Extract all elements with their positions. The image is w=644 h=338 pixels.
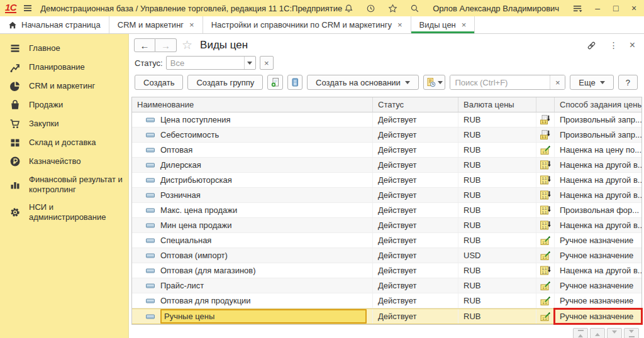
cell-method: Наценка на другой в...	[555, 263, 641, 278]
tab-close-icon[interactable]: ×	[189, 20, 194, 30]
sidebar-item-label: CRM и маркетинг	[29, 81, 95, 91]
close-form-icon[interactable]: ×	[630, 40, 635, 51]
sidebar-item-nsi-admin[interactable]: НСИ и администрирование	[0, 199, 128, 226]
sidebar-item-fin-result[interactable]: Финансовый результат и контроллинг	[0, 171, 128, 199]
svg-text:1.1: 1.1	[542, 256, 547, 259]
column-header-currency[interactable]: Валюта цены	[458, 97, 536, 112]
notifications-bell-icon[interactable]	[342, 2, 355, 14]
main-menu-icon[interactable]	[23, 2, 33, 14]
cell-name: Специальная	[132, 233, 373, 248]
cell-method-icon: 1.1	[536, 293, 555, 308]
create-group-button[interactable]: Создать группу	[187, 75, 263, 90]
tab-crm-settings[interactable]: Настройки и справочники по CRM и маркети…	[203, 16, 411, 33]
sidebar-item-label: Закупки	[29, 119, 58, 129]
close-window-button[interactable]: ×	[630, 4, 638, 13]
table-row[interactable]: Цена поступленияДействуетRUB1.1Произволь…	[132, 112, 641, 128]
price-query-icon: 1.1	[540, 130, 551, 139]
svg-text:1.1: 1.1	[541, 271, 547, 275]
more-button[interactable]: Еще	[570, 75, 613, 90]
cell-status: Действует	[373, 188, 458, 202]
current-user[interactable]: Орлов Александр Владимирович	[433, 4, 559, 13]
sidebar-item-warehouse[interactable]: Склад и доставка	[0, 133, 128, 152]
svg-text:1.1: 1.1	[542, 241, 547, 244]
price-type-name: Мин цена продажи	[160, 218, 367, 232]
window-title: Демонстрационная база / Управление торго…	[40, 4, 342, 13]
sidebar-item-sales[interactable]: Продажи	[0, 95, 128, 114]
table-row[interactable]: Оптовая (для магазинов)ДействуетRUB1.11.…	[132, 263, 641, 278]
column-header-status[interactable]: Статус	[373, 97, 458, 112]
table-row[interactable]: Оптовая (импорт)ДействуетUSD1.1Ручное на…	[132, 248, 641, 263]
favorites-star-icon[interactable]	[386, 2, 399, 14]
back-button[interactable]: ←	[134, 38, 155, 52]
table-row[interactable]: ДилерскаяДействуетRUB1.11.1Наценка на др…	[132, 158, 641, 173]
get-link-icon[interactable]	[586, 39, 598, 52]
table-row[interactable]: Оптовая для продукцииДействуетRUB1.1Ручн…	[132, 293, 641, 308]
column-header-name[interactable]: Наименование	[132, 97, 373, 112]
cell-currency: RUB	[458, 158, 536, 172]
document-plus-icon	[270, 77, 280, 87]
cell-method: Ручное назначение	[555, 248, 641, 263]
table-row[interactable]: ОптоваяДействуетRUB1.1Наценка на цену по…	[132, 143, 641, 158]
sidebar-item-main[interactable]: Главное	[0, 39, 128, 58]
global-search-icon[interactable]	[408, 2, 421, 14]
tab-close-icon[interactable]: ×	[397, 20, 402, 30]
tab-home[interactable]: Начальная страница	[0, 16, 109, 33]
table-row[interactable]: РозничнаяДействуетRUB1.11.1Наценка на др…	[132, 188, 641, 203]
search-clear-button[interactable]: ×	[550, 75, 565, 89]
table-row[interactable]: ДистрибьюторскаяДействуетRUB1.11.1Наценк…	[132, 173, 641, 188]
search-input[interactable]	[450, 75, 550, 89]
price-pencil-icon: 1.1	[540, 145, 551, 155]
list-report-button[interactable]	[287, 75, 303, 90]
add-to-favorites-star-icon[interactable]: ☆	[182, 40, 192, 51]
service-menu-icon[interactable]	[571, 2, 584, 14]
table-row[interactable]: Макс. цена продажиДействуетRUB1.11.1Прои…	[132, 203, 641, 218]
help-button[interactable]: ?	[618, 75, 638, 90]
status-filter-combobox[interactable]: Все	[166, 56, 256, 70]
table-row[interactable]: Мин цена продажиДействуетRUB1.11.1Наценк…	[132, 218, 641, 233]
history-icon[interactable]	[364, 2, 377, 14]
create-button[interactable]: Создать	[135, 75, 183, 90]
column-header-method[interactable]: Способ задания цены	[555, 97, 641, 112]
cell-currency: RUB	[458, 173, 536, 187]
table-row[interactable]: Прайс-листДействуетRUB1.1Ручное назначен…	[132, 278, 641, 293]
move-up-button[interactable]	[590, 328, 605, 338]
cell-method-icon: 1.1	[536, 143, 555, 157]
price-numbers-icon: 1.11.1	[540, 190, 551, 200]
maximize-button[interactable]: □	[611, 4, 620, 13]
sidebar-item-label: Склад и доставка	[29, 138, 96, 148]
svg-text:1.1: 1.1	[541, 192, 547, 195]
tab-price-types[interactable]: Виды цен×	[411, 16, 475, 33]
more-actions-icon[interactable]: ⋮	[609, 40, 618, 50]
table-row[interactable]: Ручные ценыДействуетRUB1.1Ручное назначе…	[132, 308, 641, 324]
document-history-button[interactable]	[423, 75, 446, 90]
cell-method-icon: 1.11.1	[536, 173, 555, 187]
price-type-item-icon	[146, 268, 155, 273]
forward-button[interactable]: →	[155, 38, 177, 52]
minimize-button[interactable]: –	[593, 4, 602, 13]
create-based-on-button[interactable]: Создать на основании	[307, 75, 419, 90]
status-filter-label: Статус:	[135, 58, 163, 68]
price-numbers-icon: 1.11.1	[540, 221, 551, 230]
price-type-name: Специальная	[160, 233, 367, 248]
price-type-item-icon	[146, 148, 155, 153]
create-copy-button[interactable]	[267, 75, 282, 90]
sidebar-item-planning[interactable]: Планирование	[0, 58, 128, 77]
sidebar-item-crm-marketing[interactable]: CRM и маркетинг	[0, 77, 128, 95]
move-down-button[interactable]	[607, 328, 622, 338]
move-to-bottom-button[interactable]	[624, 328, 639, 338]
status-filter-clear-button[interactable]: ×	[260, 56, 274, 70]
cell-currency: RUB	[458, 293, 536, 308]
sidebar-item-treasury[interactable]: Казначейство	[0, 152, 128, 171]
table-row[interactable]: СебестоимостьДействуетRUB1.1Произвольный…	[132, 128, 641, 143]
sidebar-item-purchases[interactable]: Закупки	[0, 114, 128, 133]
tab-close-icon[interactable]: ×	[462, 20, 467, 30]
tab-crm-marketing[interactable]: CRM и маркетинг×	[109, 16, 203, 33]
cell-currency: RUB	[458, 128, 536, 142]
move-to-top-button[interactable]	[573, 328, 588, 338]
column-header-icon[interactable]	[536, 97, 555, 112]
cell-method-icon: 1.11.1	[536, 203, 555, 217]
combo-dropdown-icon[interactable]	[244, 57, 255, 69]
table-row[interactable]: СпециальнаяДействуетRUB1.1Ручное назначе…	[132, 233, 641, 248]
cell-method-icon: 1.11.1	[536, 158, 555, 172]
cell-method: Ручное назначение	[555, 278, 641, 293]
